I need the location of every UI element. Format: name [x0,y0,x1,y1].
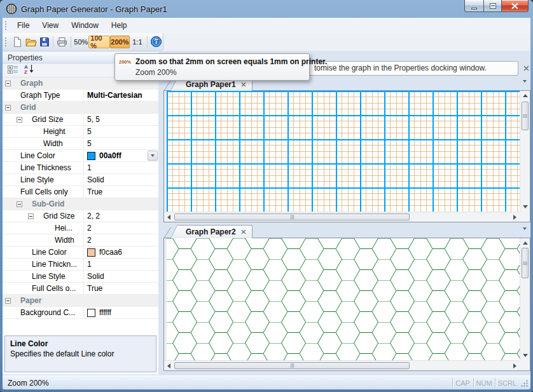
toolbar-separator [53,36,53,48]
zoom-200-button[interactable]: 200% [110,36,130,48]
menu-item-file[interactable]: File [11,18,36,33]
property-label: Height [43,127,66,136]
property-label: Graph Type [20,91,60,100]
open-button[interactable] [24,35,38,49]
expand-collapse-box[interactable] [5,298,11,304]
property-row[interactable]: Grid Size5, 5 [3,114,158,126]
resize-grip[interactable] [520,379,529,388]
vertical-scrollbar[interactable] [520,91,530,212]
property-description: Line Color Specifies the default Line co… [4,335,156,372]
expand-collapse-box[interactable] [5,81,11,86]
property-row[interactable]: Line StyleSolid [3,271,158,283]
property-row[interactable]: Full Cells o...True [3,283,158,295]
property-label: Line Color [20,151,55,160]
scroll-right-button[interactable] [510,361,520,370]
menu-bar: File View Window Help [3,18,530,33]
message-bar-close-button[interactable] [521,63,531,73]
arrow-right-icon [513,215,516,220]
tab-close-button[interactable] [241,227,246,236]
property-row[interactable]: Width5 [3,138,158,150]
property-category-row[interactable]: Grid [3,102,158,114]
menu-item-view[interactable]: View [36,18,65,33]
vertical-scroll-thumb[interactable] [522,102,529,130]
property-category-row[interactable]: Sub-Grid [3,198,158,210]
zoom-50-button[interactable]: 50% [73,36,88,48]
property-row[interactable]: Line Color00a0ff [3,150,158,162]
property-row[interactable]: Grid Size2, 2 [3,210,158,222]
toolbar-separator [71,36,71,48]
scroll-up-button[interactable] [520,91,530,100]
value-dropdown-button[interactable] [148,151,158,161]
property-value: 1 [87,260,92,269]
property-row[interactable]: Full Cells onlyTrue [3,186,158,198]
property-category-row[interactable]: Paper [3,295,158,307]
expand-collapse-box[interactable] [5,105,11,111]
menu-item-help[interactable]: Help [105,18,134,33]
tab-close-button[interactable] [241,80,246,89]
close-button[interactable] [502,0,529,12]
new-button[interactable] [10,35,24,49]
menu-drag-handle[interactable] [5,21,8,30]
horizontal-scroll-thumb[interactable] [174,362,410,369]
vertical-scroll-thumb[interactable] [522,248,529,278]
close-icon [523,65,529,71]
scroll-up-button[interactable] [520,238,530,248]
vertical-scrollbar[interactable] [520,238,530,360]
scroll-down-button[interactable] [520,202,530,212]
tab-graph-paper2[interactable]: Graph Paper2 [177,225,253,238]
toolbar-separator [147,36,148,48]
property-value: 2 [87,224,92,233]
keyboard-indicators: CAP NUM SCRL [452,378,519,388]
property-row[interactable]: Graph TypeMulti-Cartesian [3,90,158,102]
property-row[interactable]: Line Thickness1 [3,162,158,174]
scrollbar-corner [520,212,530,222]
document-pane-1: Graph Paper1 [163,78,530,222]
expand-collapse-box[interactable] [17,201,22,207]
property-row[interactable]: Background C...ffffff [3,307,158,319]
tab-label: Graph Paper2 [186,227,236,236]
zoom-100-button[interactable]: 100 % [88,36,110,48]
menu-item-window[interactable]: Window [65,18,105,33]
scroll-down-button[interactable] [520,351,530,360]
window-title: Graph Paper Generator - Graph Paper1 [21,4,167,14]
title-bar: Graph Paper Generator - Graph Paper1 [0,0,533,18]
pane-content [163,90,530,222]
property-row[interactable]: Line StyleSolid [3,174,158,186]
property-label: Grid Size [32,115,63,124]
save-button[interactable] [38,35,51,49]
close-icon [511,3,518,9]
maximize-button[interactable] [483,0,502,12]
minimize-button[interactable] [464,0,483,12]
horizontal-scroll-thumb[interactable] [174,213,410,220]
property-description-title: Line Color [10,339,48,348]
scroll-left-button[interactable] [164,361,174,370]
property-row[interactable]: Line Thickn...1 [3,259,158,271]
property-row[interactable]: Line Colorf0caa6 [3,247,158,259]
property-label: Line Color [32,248,67,257]
print-button[interactable] [55,35,69,49]
color-swatch [87,248,95,257]
property-label: Graph [20,79,43,88]
sort-alphabetical-button[interactable]: A Z [24,64,34,76]
open-folder-icon [25,36,37,48]
color-swatch [87,152,95,160]
property-row[interactable]: Height5 [3,126,158,138]
toolbar-overflow-button[interactable] [155,36,161,46]
scroll-left-button[interactable] [164,212,174,222]
categorized-view-button[interactable] [8,65,18,76]
scroll-lock-indicator: SCRL [495,378,519,388]
zoom-1-1-button[interactable]: 1:1 [130,36,145,48]
property-value: 1 [87,163,92,172]
expand-collapse-box[interactable] [17,117,22,123]
status-bar: Zoom 200% CAP NUM SCRL [3,375,530,389]
app-icon[interactable] [6,3,17,15]
property-row[interactable]: Hei...2 [3,222,158,234]
scroll-right-button[interactable] [510,212,520,222]
property-row[interactable]: Width2 [3,234,158,247]
arrow-down-icon [523,354,528,357]
toolbar-drag-handle[interactable] [5,37,8,46]
toolbar: 50% 100 % 200% 1:1 ? [3,33,163,51]
horizontal-scrollbar[interactable] [164,360,520,370]
expand-collapse-box[interactable] [28,213,34,219]
horizontal-scrollbar[interactable] [164,212,520,222]
